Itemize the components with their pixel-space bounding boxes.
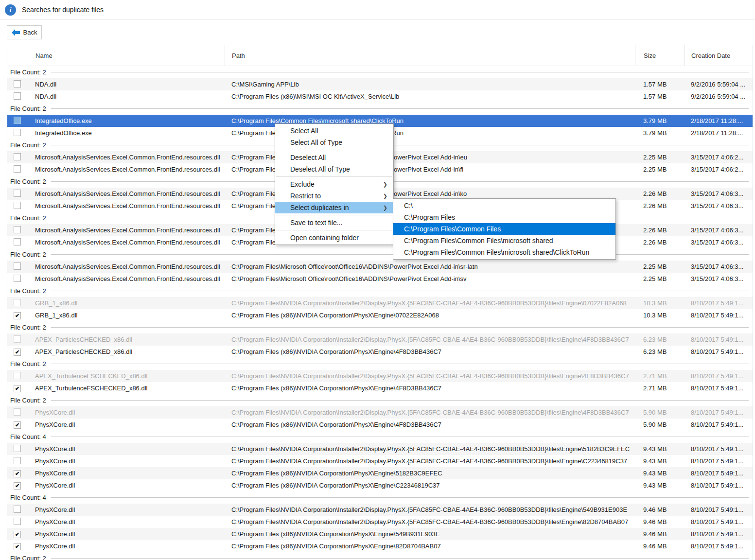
checkbox-cell xyxy=(7,516,27,528)
table-row[interactable]: Microsoft.AnalysisServices.Excel.Common.… xyxy=(7,261,753,273)
cell-date: 3/15/2017 4:06:3... xyxy=(685,188,753,200)
cell-path: C:\Program Files (x86)\NVIDIA Corporatio… xyxy=(225,540,635,552)
group-divider-line xyxy=(51,364,749,364)
checkbox-cell xyxy=(7,443,27,455)
row-checkbox[interactable] xyxy=(14,262,21,270)
table-row[interactable]: PhysXCore.dllC:\Program Files\NVIDIA Cor… xyxy=(7,406,753,419)
table-row[interactable]: ✔PhysXCore.dllC:\Program Files (x86)\NVI… xyxy=(7,540,753,552)
row-checkbox[interactable] xyxy=(14,335,21,343)
row-checkbox[interactable] xyxy=(14,275,21,282)
submenu-item[interactable]: C:\ xyxy=(393,200,615,211)
cell-name: Microsoft.AnalysisServices.Excel.Common.… xyxy=(27,273,225,285)
row-checkbox[interactable]: ✔ xyxy=(14,312,21,319)
row-checkbox[interactable]: ✔ xyxy=(14,482,21,490)
row-checkbox[interactable]: ✔ xyxy=(14,543,21,550)
table-row[interactable]: ✔PhysXCore.dllC:\Program Files (x86)\NVI… xyxy=(7,528,753,540)
table-row[interactable]: ✔PhysXCore.dllC:\Program Files (x86)\NVI… xyxy=(7,419,753,431)
row-checkbox[interactable] xyxy=(14,299,21,306)
group-header: File Count: 2 xyxy=(7,66,753,78)
checkbox-cell xyxy=(7,163,27,175)
cell-name: IntegratedOffice.exe xyxy=(27,127,225,139)
row-checkbox[interactable] xyxy=(14,117,21,124)
group-divider-line xyxy=(51,145,749,145)
row-checkbox[interactable]: ✔ xyxy=(14,421,21,429)
table-row[interactable]: GRB_1_x86.dllC:\Program Files\NVIDIA Cor… xyxy=(7,297,753,309)
cell-name: PhysXCore.dll xyxy=(27,540,225,552)
column-header-path[interactable]: Path xyxy=(225,45,635,66)
cell-size: 2.25 MB xyxy=(635,261,685,273)
column-header-size[interactable]: Size xyxy=(635,45,685,66)
menu-item[interactable]: Deselect All xyxy=(275,152,393,163)
table-row[interactable]: APEX_ParticlesCHECKED_x86.dllC:\Program … xyxy=(7,333,753,346)
cell-size: 9.46 MB xyxy=(635,528,685,540)
table-row[interactable]: NDA.dllC:\Program Files (x86)\MSI\MSI OC… xyxy=(7,90,753,103)
row-checkbox[interactable] xyxy=(14,92,21,100)
table-row[interactable]: ✔GRB_1_x86.dllC:\Program Files (x86)\NVI… xyxy=(7,309,753,321)
row-checkbox[interactable] xyxy=(14,153,21,160)
group-divider-line xyxy=(51,327,749,328)
table-row[interactable]: PhysXCore.dllC:\Program Files\NVIDIA Cor… xyxy=(7,443,753,455)
cell-size: 2.25 MB xyxy=(635,151,685,163)
cell-date: 3/15/2017 4:06:2... xyxy=(685,163,753,175)
row-checkbox[interactable]: ✔ xyxy=(14,531,21,538)
row-checkbox[interactable] xyxy=(14,445,21,452)
cell-name: APEX_ParticlesCHECKED_x86.dll xyxy=(27,333,225,346)
file-count-label: File Count: 2 xyxy=(10,214,46,222)
column-header-checkbox[interactable] xyxy=(7,45,27,66)
table-row[interactable]: ✔PhysXCore.dllC:\Program Files (x86)\NVI… xyxy=(7,467,753,479)
table-row[interactable]: PhysXCore.dllC:\Program Files\NVIDIA Cor… xyxy=(7,455,753,467)
table-row[interactable]: ✔APEX_ParticlesCHECKED_x86.dllC:\Program… xyxy=(7,346,753,358)
menu-item[interactable]: Open containing folder xyxy=(275,232,393,244)
table-row[interactable]: PhysXCore.dllC:\Program Files\NVIDIA Cor… xyxy=(7,516,753,528)
row-checkbox[interactable] xyxy=(14,80,21,88)
table-row[interactable]: Microsoft.AnalysisServices.Excel.Common.… xyxy=(7,273,753,285)
submenu-item[interactable]: C:\Program Files\Common Files xyxy=(393,223,615,235)
checkbox-cell xyxy=(7,236,27,248)
group-divider-line xyxy=(51,497,749,498)
menu-item[interactable]: Save to text file... xyxy=(275,217,393,228)
checkbox-cell xyxy=(7,200,27,212)
row-checkbox[interactable] xyxy=(14,506,21,513)
cell-date: 8/10/2017 5:49:1... xyxy=(685,540,753,552)
column-header-creation-date[interactable]: Creation Date xyxy=(685,45,753,66)
back-button[interactable]: Back xyxy=(7,25,42,39)
row-checkbox[interactable] xyxy=(14,190,21,197)
menu-item[interactable]: Select All xyxy=(275,125,393,137)
submenu-item[interactable]: C:\Program Files xyxy=(393,211,615,223)
submenu-item[interactable]: C:\Program Files\Common Files\microsoft … xyxy=(393,246,615,258)
column-header-name[interactable]: Name xyxy=(27,45,225,66)
row-checkbox[interactable] xyxy=(14,226,21,233)
row-checkbox[interactable] xyxy=(14,165,21,173)
table-row[interactable]: NDA.dllC:\MSI\Gaming APP\Lib1.57 MB9/2/2… xyxy=(7,78,753,90)
table-row[interactable]: APEX_TurbulenceFSCHECKED_x86.dllC:\Progr… xyxy=(7,370,753,382)
table-row[interactable]: ✔APEX_TurbulenceFSCHECKED_x86.dllC:\Prog… xyxy=(7,382,753,394)
checkbox-cell: ✔ xyxy=(7,346,27,358)
cell-name: PhysXCore.dll xyxy=(27,479,225,491)
row-checkbox[interactable] xyxy=(14,129,21,136)
row-checkbox[interactable] xyxy=(14,372,21,379)
group-header: File Count: 2 xyxy=(7,248,753,261)
menu-item[interactable]: Select All of Type xyxy=(275,137,393,148)
row-checkbox[interactable]: ✔ xyxy=(14,349,21,356)
submenu-item[interactable]: C:\Program Files\Common Files\microsoft … xyxy=(393,235,615,246)
menu-item[interactable]: Select duplicates in❯ xyxy=(275,202,393,213)
checkbox-cell xyxy=(7,455,27,467)
row-checkbox[interactable] xyxy=(14,202,21,209)
cell-name: PhysXCore.dll xyxy=(27,455,225,467)
menu-item[interactable]: Exclude❯ xyxy=(275,178,393,190)
menu-item[interactable]: Deselect All of Type xyxy=(275,163,393,175)
cell-name: PhysXCore.dll xyxy=(27,406,225,419)
cell-date: 8/10/2017 5:49:1... xyxy=(685,382,753,394)
row-checkbox[interactable]: ✔ xyxy=(14,470,21,477)
row-checkbox[interactable] xyxy=(14,238,21,245)
row-checkbox[interactable] xyxy=(14,408,21,416)
cell-date: 8/10/2017 5:49:1... xyxy=(685,443,753,455)
row-checkbox[interactable] xyxy=(14,457,21,464)
table-row[interactable]: PhysXCore.dllC:\Program Files\NVIDIA Cor… xyxy=(7,504,753,516)
menu-item[interactable]: Restrict to❯ xyxy=(275,190,393,202)
row-checkbox[interactable]: ✔ xyxy=(14,385,21,392)
row-checkbox[interactable] xyxy=(14,518,21,525)
table-row[interactable]: ✔PhysXCore.dllC:\Program Files (x86)\NVI… xyxy=(7,479,753,491)
cell-size: 9.46 MB xyxy=(635,540,685,552)
cell-size: 5.90 MB xyxy=(635,419,685,431)
